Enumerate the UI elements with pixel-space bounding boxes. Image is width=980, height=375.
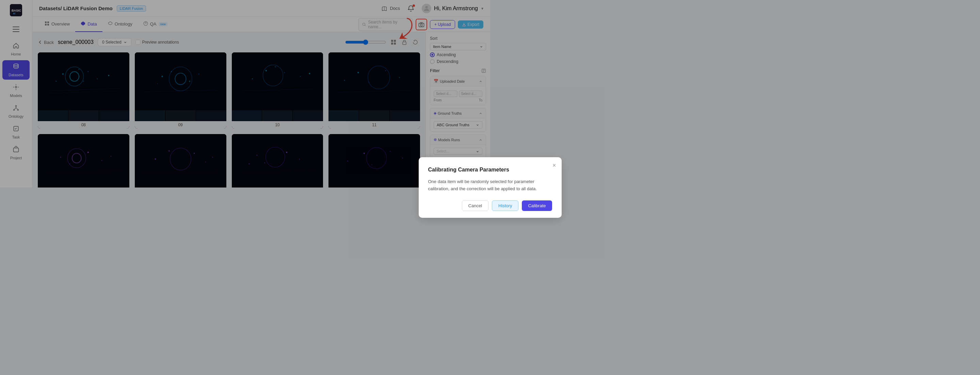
modal-overlay[interactable]: Calibrating Camera Parameters × One data…: [0, 0, 490, 188]
modal-title: Calibrating Camera Parameters: [428, 167, 490, 173]
modal-body: One data item will be randomly selected …: [428, 178, 490, 188]
calibrating-modal: Calibrating Camera Parameters × One data…: [419, 157, 490, 188]
